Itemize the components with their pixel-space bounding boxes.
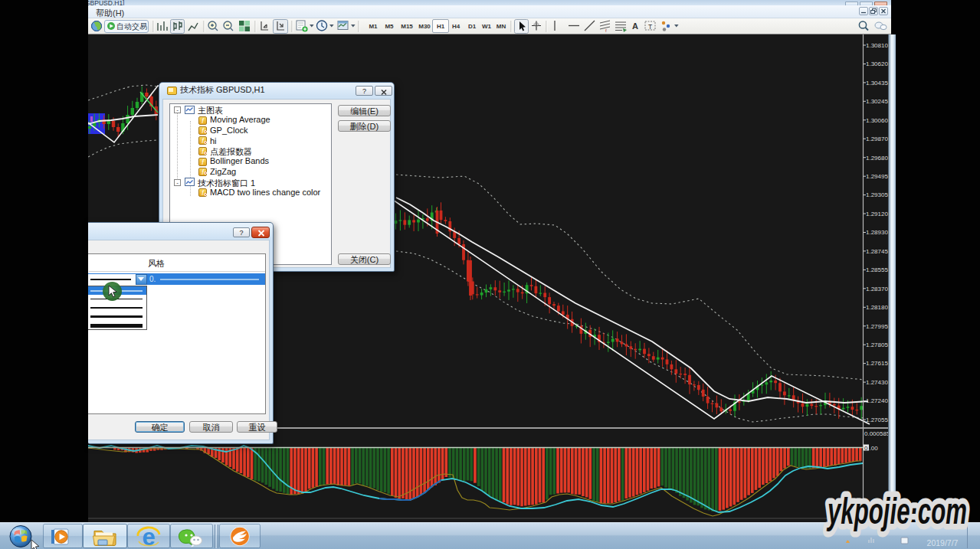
- svg-text:T: T: [648, 23, 652, 31]
- svg-text:M5: M5: [385, 23, 394, 30]
- svg-text:f: f: [605, 28, 607, 33]
- svg-text:0.000585: 0.000585: [864, 430, 890, 437]
- svg-text:.00: .00: [870, 445, 879, 452]
- svg-text:1.29495: 1.29495: [866, 173, 888, 180]
- svg-text:0: 0: [864, 445, 868, 452]
- svg-text:1.29870: 1.29870: [866, 136, 888, 142]
- svg-text:M30: M30: [418, 23, 431, 30]
- svg-text:1.28180: 1.28180: [866, 304, 888, 311]
- svg-text:A: A: [632, 21, 638, 31]
- svg-text:1.30810: 1.30810: [866, 42, 888, 49]
- svg-text:1.28745: 1.28745: [866, 248, 888, 255]
- svg-text:1.28930: 1.28930: [866, 229, 888, 236]
- svg-text:自动交易: 自动交易: [116, 22, 147, 31]
- svg-text:ykpojie·com: ykpojie·com: [826, 490, 967, 531]
- svg-text:1.28555: 1.28555: [866, 266, 888, 273]
- svg-text:1.27995: 1.27995: [866, 323, 888, 330]
- svg-text:W1: W1: [482, 23, 492, 30]
- svg-text:1.27055: 1.27055: [866, 417, 888, 423]
- svg-text:1.27430: 1.27430: [866, 379, 888, 386]
- svg-text:1.27615: 1.27615: [866, 360, 888, 367]
- svg-text:M1: M1: [369, 23, 378, 30]
- svg-text:MN: MN: [497, 23, 506, 30]
- svg-text:1.27805: 1.27805: [866, 341, 888, 348]
- svg-text:1.30620: 1.30620: [866, 60, 888, 67]
- svg-text:1.28370: 1.28370: [866, 286, 888, 292]
- svg-text:1.30245: 1.30245: [866, 98, 888, 105]
- svg-text:1.29680: 1.29680: [866, 155, 888, 162]
- svg-text:D1: D1: [468, 23, 477, 30]
- svg-text:H4: H4: [452, 23, 461, 30]
- svg-text:1.27240: 1.27240: [866, 397, 888, 404]
- svg-text:1.29305: 1.29305: [866, 191, 888, 198]
- svg-text:1.30435: 1.30435: [866, 80, 888, 87]
- svg-text:1.30060: 1.30060: [866, 117, 888, 124]
- svg-text:H1: H1: [437, 23, 445, 30]
- svg-text:1.29120: 1.29120: [866, 211, 888, 217]
- svg-text:M15: M15: [401, 23, 413, 30]
